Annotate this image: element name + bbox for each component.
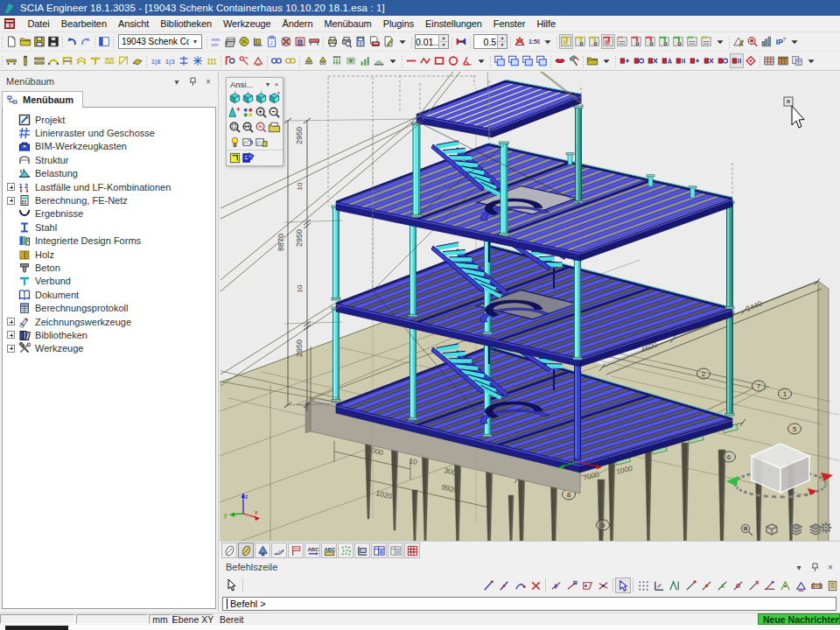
tree-item-linienraster-und-geschosse[interactable]: Linienraster und Geschosse	[3, 126, 215, 139]
zoom-sel-icon[interactable]	[746, 34, 760, 49]
snap-n3-icon[interactable]	[714, 578, 730, 593]
table-2-icon[interactable]	[776, 53, 790, 68]
plate-icon[interactable]	[130, 53, 144, 68]
snap-cursor-icon[interactable]	[615, 578, 631, 593]
fwin-drop-icon[interactable]	[713, 34, 727, 49]
command-collapse-icon[interactable]: ▾	[793, 561, 805, 573]
view-z-icon[interactable]	[255, 91, 268, 104]
view-palette-header[interactable]: Ansi... ▾ ×	[227, 78, 283, 90]
copy-view-1-icon[interactable]	[493, 53, 507, 68]
load-1-icon[interactable]	[330, 53, 344, 68]
tree-item-integrierte-design-forms[interactable]: Integrierte Design Forms	[3, 234, 215, 248]
volume-wire-icon[interactable]	[221, 542, 237, 558]
connect-3-icon[interactable]	[251, 53, 265, 68]
menubaum-tab[interactable]: Menübaum	[2, 91, 83, 108]
spin-up-icon[interactable]: ▲	[498, 35, 507, 41]
table-1-icon[interactable]	[762, 53, 776, 68]
circle-icon[interactable]	[446, 53, 460, 68]
fwin-1-icon[interactable]	[559, 34, 573, 49]
tree-item-projekt[interactable]: Projekt	[3, 113, 215, 126]
image-save-icon[interactable]	[255, 136, 268, 149]
zoom-in-icon[interactable]	[255, 106, 268, 119]
menu-datei[interactable]: Datei	[22, 17, 55, 31]
folder-drop-icon[interactable]	[599, 53, 613, 68]
command-close-icon[interactable]: ×	[824, 561, 836, 573]
table-view-2-icon[interactable]	[388, 542, 403, 558]
redo-icon[interactable]	[79, 34, 93, 49]
load-3-icon[interactable]	[358, 53, 372, 68]
save-all-icon[interactable]	[46, 34, 60, 49]
scale-spinner-stepper[interactable]: ▲▼	[497, 35, 507, 48]
copy-view-4-icon[interactable]	[535, 53, 549, 68]
link-2-icon[interactable]	[284, 53, 298, 68]
view-x-icon[interactable]	[228, 91, 242, 104]
toolbar-grip[interactable]	[298, 54, 301, 68]
menu-einstellungen[interactable]: Einstellungen	[420, 17, 488, 31]
image-to-clipboard-icon[interactable]	[242, 136, 255, 149]
toolbar-grip[interactable]	[205, 35, 208, 49]
toolbar-grip[interactable]	[410, 35, 413, 49]
arc-beam-icon[interactable]	[46, 53, 60, 68]
tree-item-bibliotheken[interactable]: Bibliotheken	[3, 328, 215, 341]
copy-view-3-icon[interactable]	[521, 53, 535, 68]
lips-icon[interactable]	[553, 53, 567, 68]
column-icon[interactable]	[18, 53, 32, 68]
toolbar-grip[interactable]	[549, 54, 552, 68]
toolbar-grip[interactable]	[60, 35, 64, 49]
xy-tool-icon[interactable]	[251, 34, 265, 49]
app-menu-icon[interactable]	[4, 18, 16, 30]
snap-end-icon[interactable]	[564, 578, 579, 593]
toolbar-grip[interactable]	[555, 35, 558, 49]
view-params-icon[interactable]	[242, 151, 255, 164]
clipboard-icon[interactable]: 2	[265, 34, 279, 49]
bnode-9-icon[interactable]	[730, 53, 744, 68]
view-point-icon[interactable]	[242, 106, 255, 119]
panel-collapse-icon[interactable]: ▾	[171, 75, 183, 88]
connect-1-icon[interactable]	[223, 53, 237, 68]
fwin-10-icon[interactable]	[685, 34, 699, 49]
tree-item-struktur[interactable]: Struktur	[3, 153, 215, 166]
truss-icon[interactable]	[102, 53, 116, 68]
frame-2d-icon[interactable]	[60, 53, 74, 68]
move-node-icon[interactable]	[744, 53, 758, 68]
bnode-2-icon[interactable]	[632, 53, 646, 68]
grid-3d-icon[interactable]	[74, 53, 88, 68]
toolbar-grip[interactable]	[508, 35, 512, 49]
menu-bearbeiten[interactable]: Bearbeiten	[55, 17, 112, 31]
barrier-icon[interactable]	[307, 34, 321, 49]
activity-icon[interactable]	[732, 34, 746, 49]
bnode-6-icon[interactable]	[688, 53, 702, 68]
fwin-5-icon[interactable]	[615, 34, 629, 49]
snap-n7-icon[interactable]	[777, 578, 793, 593]
toolbar-grip[interactable]	[488, 54, 492, 68]
tree-expander-icon[interactable]	[7, 197, 15, 205]
angle-icon[interactable]	[460, 53, 474, 68]
toolbar-grip[interactable]	[265, 54, 269, 68]
table-drop-icon[interactable]	[804, 53, 818, 68]
load-4-icon[interactable]	[372, 53, 386, 68]
axonometry-icon[interactable]	[228, 106, 242, 119]
snap-n4-icon[interactable]	[730, 578, 746, 593]
section-icon[interactable]	[271, 542, 287, 558]
tree-item-bim-werkzeugkasten[interactable]: BIM-Werkzeugkasten	[3, 140, 215, 153]
line-drop-icon[interactable]	[474, 53, 488, 68]
fwin-9-icon[interactable]: o	[671, 34, 685, 49]
select-cursor-icon[interactable]	[223, 577, 241, 594]
snap-mode-icon[interactable]	[454, 34, 468, 49]
combobox-dropdown-icon[interactable]: ▾	[189, 35, 201, 48]
spin-down-icon[interactable]: ▼	[498, 41, 507, 48]
scale-drop-icon[interactable]	[541, 34, 555, 49]
support-2-icon[interactable]	[316, 53, 330, 68]
mesh-dots-icon[interactable]	[338, 542, 354, 558]
edit-doc-icon[interactable]	[382, 34, 396, 49]
snap-delete-icon[interactable]	[528, 578, 543, 593]
tree-item-holz[interactable]: Holz	[3, 248, 215, 261]
t-beam-icon[interactable]	[88, 53, 102, 68]
menu-ndern[interactable]: Ändern	[276, 17, 318, 31]
bnode-3-icon[interactable]	[646, 53, 660, 68]
snap-mid-icon[interactable]	[548, 578, 564, 593]
snap-int-icon[interactable]	[595, 578, 611, 593]
snap-grid-icon[interactable]	[635, 578, 651, 593]
connect-2-icon[interactable]	[237, 53, 251, 68]
beam-2-icon[interactable]	[32, 53, 46, 68]
